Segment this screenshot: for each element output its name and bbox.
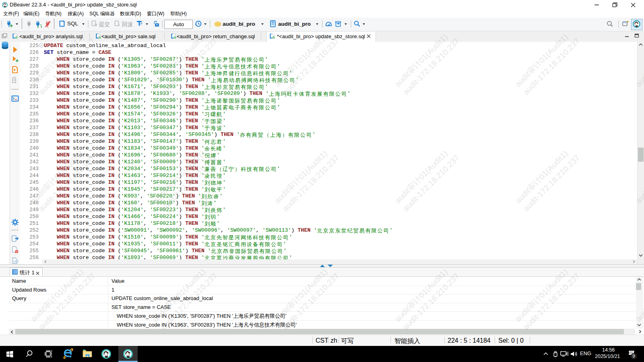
- svg-text:(x): (x): [13, 260, 18, 263]
